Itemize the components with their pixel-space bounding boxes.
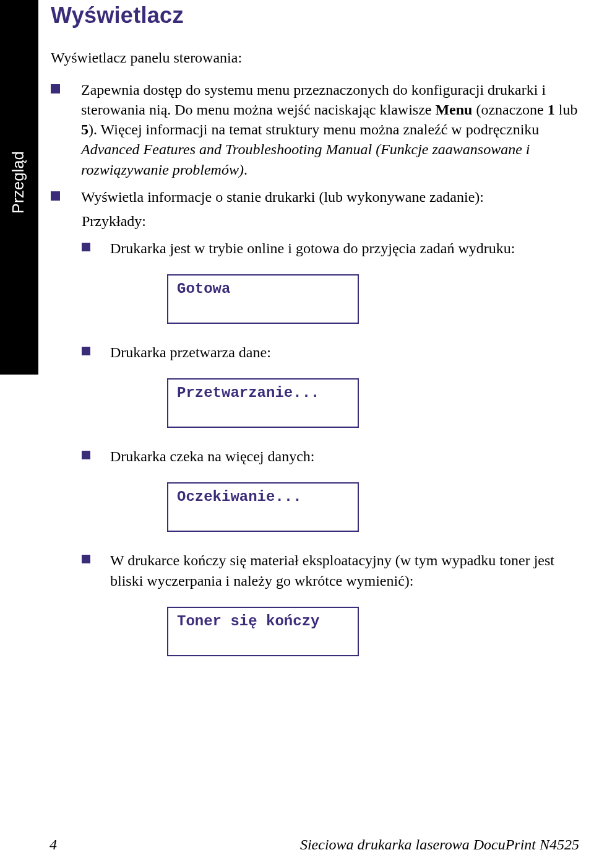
bullet-text: Wyświetla informacje o stanie drukarki (… [81, 187, 484, 207]
example-item: Drukarka czeka na więcej danych: [50, 446, 582, 466]
intro-text: Wyświetlacz panelu sterowania: [50, 50, 582, 66]
display-wrap: Gotowa [50, 274, 582, 324]
example-item: Drukarka jest w trybie online i gotowa d… [50, 238, 582, 258]
example-text: Drukarka jest w trybie online i gotowa d… [110, 238, 515, 258]
bullet-item: Zapewnia dostęp do systemu menu przeznac… [50, 80, 582, 180]
example-text: Drukarka przetwarza dane: [110, 342, 271, 362]
bullet-text: Zapewnia dostęp do systemu menu przeznac… [81, 80, 582, 180]
square-bullet-icon [82, 243, 90, 251]
tab-label: Przegląd [9, 142, 27, 223]
page-number: 4 [50, 836, 57, 853]
lcd-display: Gotowa [167, 274, 359, 324]
example-text: Drukarka czeka na więcej danych: [110, 446, 314, 466]
display-wrap: Przetwarzanie... [50, 378, 582, 428]
lcd-display: Przetwarzanie... [167, 378, 359, 428]
footer-title: Sieciowa drukarka laserowa DocuPrint N45… [300, 836, 579, 853]
example-text: W drukarce kończy się materiał eksploata… [110, 550, 582, 590]
page-title: Wyświetlacz [50, 2, 582, 28]
display-wrap: Oczekiwanie... [50, 482, 582, 532]
square-bullet-icon [82, 555, 90, 563]
page-footer: 4 Sieciowa drukarka laserowa DocuPrint N… [0, 836, 594, 853]
square-bullet-icon [51, 84, 60, 93]
examples-label: Przykłady: [50, 213, 582, 230]
square-bullet-icon [82, 347, 90, 355]
lcd-display: Oczekiwanie... [167, 482, 359, 532]
example-item: W drukarce kończy się materiał eksploata… [50, 550, 582, 590]
side-tab: Przegląd [0, 0, 38, 375]
bullet-item: Wyświetla informacje o stanie drukarki (… [50, 187, 582, 207]
page-content: Wyświetlacz Wyświetlacz panelu sterowani… [50, 0, 582, 660]
square-bullet-icon [51, 191, 60, 201]
display-wrap: Toner się kończy [50, 607, 582, 656]
square-bullet-icon [82, 451, 90, 459]
example-item: Drukarka przetwarza dane: [50, 342, 582, 362]
lcd-display: Toner się kończy [167, 607, 359, 656]
